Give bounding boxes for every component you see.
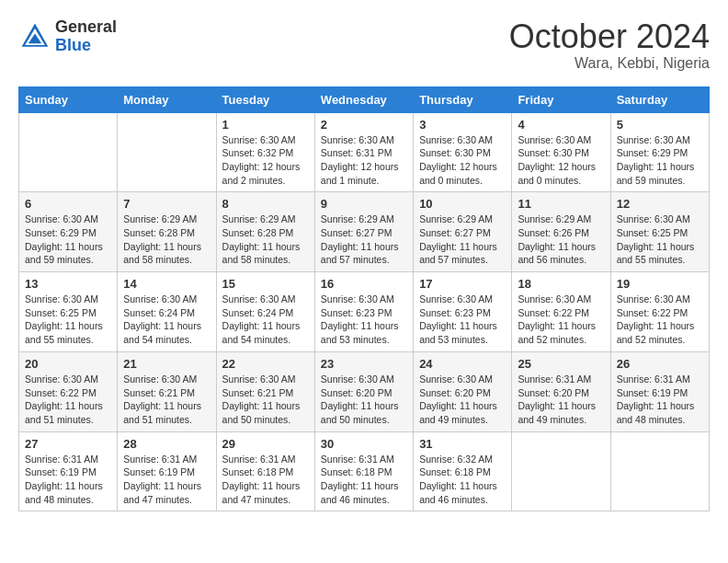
day-cell: 6Sunrise: 6:30 AMSunset: 6:29 PMDaylight…: [19, 192, 118, 272]
day-info: Sunrise: 6:31 AMSunset: 6:19 PMDaylight:…: [25, 454, 103, 505]
header-day-friday: Friday: [512, 86, 610, 112]
day-cell: 26Sunrise: 6:31 AMSunset: 6:19 PMDayligh…: [610, 351, 709, 431]
day-number: 2: [321, 118, 407, 132]
day-cell: 27Sunrise: 6:31 AMSunset: 6:19 PMDayligh…: [19, 431, 118, 511]
title-block: October 2024 Wara, Kebbi, Nigeria: [509, 18, 710, 72]
day-number: 17: [419, 277, 506, 291]
day-number: 29: [222, 437, 309, 451]
day-info: Sunrise: 6:29 AMSunset: 6:28 PMDaylight:…: [222, 213, 301, 265]
week-row-4: 20Sunrise: 6:30 AMSunset: 6:22 PMDayligh…: [19, 351, 710, 431]
day-info: Sunrise: 6:30 AMSunset: 6:23 PMDaylight:…: [321, 293, 399, 345]
day-number: 13: [25, 277, 111, 291]
location-subtitle: Wara, Kebbi, Nigeria: [509, 55, 710, 72]
day-info: Sunrise: 6:29 AMSunset: 6:27 PMDaylight:…: [419, 213, 497, 265]
day-cell: 23Sunrise: 6:30 AMSunset: 6:20 PMDayligh…: [314, 351, 413, 431]
calendar-header: SundayMondayTuesdayWednesdayThursdayFrid…: [19, 86, 710, 112]
day-number: 15: [222, 277, 309, 291]
day-info: Sunrise: 6:30 AMSunset: 6:30 PMDaylight:…: [419, 134, 497, 186]
day-info: Sunrise: 6:30 AMSunset: 6:29 PMDaylight:…: [25, 213, 103, 265]
day-cell: 30Sunrise: 6:31 AMSunset: 6:18 PMDayligh…: [314, 431, 413, 511]
day-info: Sunrise: 6:30 AMSunset: 6:21 PMDaylight:…: [123, 373, 201, 425]
day-number: 8: [222, 197, 309, 211]
day-number: 18: [518, 277, 604, 291]
day-cell: 19Sunrise: 6:30 AMSunset: 6:22 PMDayligh…: [610, 272, 709, 352]
day-number: 27: [25, 437, 111, 451]
day-info: Sunrise: 6:30 AMSunset: 6:30 PMDaylight:…: [518, 134, 596, 186]
day-info: Sunrise: 6:29 AMSunset: 6:28 PMDaylight:…: [123, 213, 201, 265]
day-number: 1: [222, 118, 309, 132]
day-cell: 22Sunrise: 6:30 AMSunset: 6:21 PMDayligh…: [216, 351, 314, 431]
day-number: 12: [617, 197, 703, 211]
day-cell: 31Sunrise: 6:32 AMSunset: 6:18 PMDayligh…: [414, 431, 512, 511]
day-info: Sunrise: 6:30 AMSunset: 6:29 PMDaylight:…: [617, 134, 695, 186]
day-number: 11: [518, 197, 604, 211]
day-number: 28: [123, 437, 210, 451]
day-cell: 20Sunrise: 6:30 AMSunset: 6:22 PMDayligh…: [19, 351, 118, 431]
day-number: 19: [617, 277, 703, 291]
day-info: Sunrise: 6:30 AMSunset: 6:22 PMDaylight:…: [617, 293, 695, 345]
day-info: Sunrise: 6:32 AMSunset: 6:18 PMDaylight:…: [419, 454, 497, 505]
day-cell: 17Sunrise: 6:30 AMSunset: 6:23 PMDayligh…: [414, 272, 512, 352]
month-title: October 2024: [509, 18, 710, 55]
day-cell: 25Sunrise: 6:31 AMSunset: 6:20 PMDayligh…: [512, 351, 610, 431]
day-number: 31: [419, 437, 506, 451]
day-cell: 2Sunrise: 6:30 AMSunset: 6:31 PMDaylight…: [314, 112, 413, 192]
day-number: 4: [518, 118, 604, 132]
week-row-1: 1Sunrise: 6:30 AMSunset: 6:32 PMDaylight…: [19, 112, 710, 192]
calendar-table: SundayMondayTuesdayWednesdayThursdayFrid…: [18, 86, 710, 512]
day-number: 26: [617, 357, 703, 371]
day-info: Sunrise: 6:30 AMSunset: 6:21 PMDaylight:…: [222, 373, 301, 425]
week-row-5: 27Sunrise: 6:31 AMSunset: 6:19 PMDayligh…: [19, 431, 710, 511]
day-number: 20: [25, 357, 111, 371]
day-cell: 1Sunrise: 6:30 AMSunset: 6:32 PMDaylight…: [216, 112, 314, 192]
day-cell: 13Sunrise: 6:30 AMSunset: 6:25 PMDayligh…: [19, 272, 118, 352]
day-info: Sunrise: 6:31 AMSunset: 6:18 PMDaylight:…: [222, 454, 301, 505]
header-day-wednesday: Wednesday: [314, 86, 413, 112]
day-info: Sunrise: 6:31 AMSunset: 6:19 PMDaylight:…: [617, 373, 695, 425]
week-row-3: 13Sunrise: 6:30 AMSunset: 6:25 PMDayligh…: [19, 272, 710, 352]
day-cell: 11Sunrise: 6:29 AMSunset: 6:26 PMDayligh…: [512, 192, 610, 272]
header-day-saturday: Saturday: [610, 86, 709, 112]
day-cell: [19, 112, 118, 192]
day-info: Sunrise: 6:30 AMSunset: 6:24 PMDaylight:…: [222, 293, 301, 345]
day-cell: 28Sunrise: 6:31 AMSunset: 6:19 PMDayligh…: [118, 431, 216, 511]
day-number: 10: [419, 197, 506, 211]
day-cell: 10Sunrise: 6:29 AMSunset: 6:27 PMDayligh…: [414, 192, 512, 272]
logo-icon: [18, 20, 51, 53]
day-cell: 9Sunrise: 6:29 AMSunset: 6:27 PMDaylight…: [314, 192, 413, 272]
day-number: 23: [321, 357, 407, 371]
day-cell: [610, 431, 709, 511]
day-info: Sunrise: 6:31 AMSunset: 6:20 PMDaylight:…: [518, 373, 596, 425]
day-info: Sunrise: 6:30 AMSunset: 6:24 PMDaylight:…: [123, 293, 201, 345]
week-row-2: 6Sunrise: 6:30 AMSunset: 6:29 PMDaylight…: [19, 192, 710, 272]
day-number: 30: [321, 437, 407, 451]
day-cell: 5Sunrise: 6:30 AMSunset: 6:29 PMDaylight…: [610, 112, 709, 192]
header-row: SundayMondayTuesdayWednesdayThursdayFrid…: [19, 86, 710, 112]
day-info: Sunrise: 6:31 AMSunset: 6:18 PMDaylight:…: [321, 454, 399, 505]
day-cell: 16Sunrise: 6:30 AMSunset: 6:23 PMDayligh…: [314, 272, 413, 352]
day-info: Sunrise: 6:30 AMSunset: 6:25 PMDaylight:…: [25, 293, 103, 345]
header-day-monday: Monday: [118, 86, 216, 112]
day-number: 7: [123, 197, 210, 211]
logo: General Blue: [18, 18, 117, 55]
day-number: 9: [321, 197, 407, 211]
day-info: Sunrise: 6:30 AMSunset: 6:25 PMDaylight:…: [617, 213, 695, 265]
day-number: 21: [123, 357, 210, 371]
day-cell: 8Sunrise: 6:29 AMSunset: 6:28 PMDaylight…: [216, 192, 314, 272]
day-info: Sunrise: 6:30 AMSunset: 6:23 PMDaylight:…: [419, 293, 497, 345]
logo-text: General Blue: [55, 18, 117, 55]
page-header: General Blue October 2024 Wara, Kebbi, N…: [18, 18, 710, 72]
day-number: 22: [222, 357, 309, 371]
day-info: Sunrise: 6:30 AMSunset: 6:31 PMDaylight:…: [321, 134, 399, 186]
day-info: Sunrise: 6:30 AMSunset: 6:20 PMDaylight:…: [321, 373, 399, 425]
day-cell: 24Sunrise: 6:30 AMSunset: 6:20 PMDayligh…: [414, 351, 512, 431]
day-number: 3: [419, 118, 506, 132]
day-cell: 18Sunrise: 6:30 AMSunset: 6:22 PMDayligh…: [512, 272, 610, 352]
day-cell: 21Sunrise: 6:30 AMSunset: 6:21 PMDayligh…: [118, 351, 216, 431]
day-number: 5: [617, 118, 703, 132]
day-number: 16: [321, 277, 407, 291]
day-info: Sunrise: 6:29 AMSunset: 6:27 PMDaylight:…: [321, 213, 399, 265]
day-cell: 4Sunrise: 6:30 AMSunset: 6:30 PMDaylight…: [512, 112, 610, 192]
day-info: Sunrise: 6:30 AMSunset: 6:20 PMDaylight:…: [419, 373, 497, 425]
day-cell: 29Sunrise: 6:31 AMSunset: 6:18 PMDayligh…: [216, 431, 314, 511]
